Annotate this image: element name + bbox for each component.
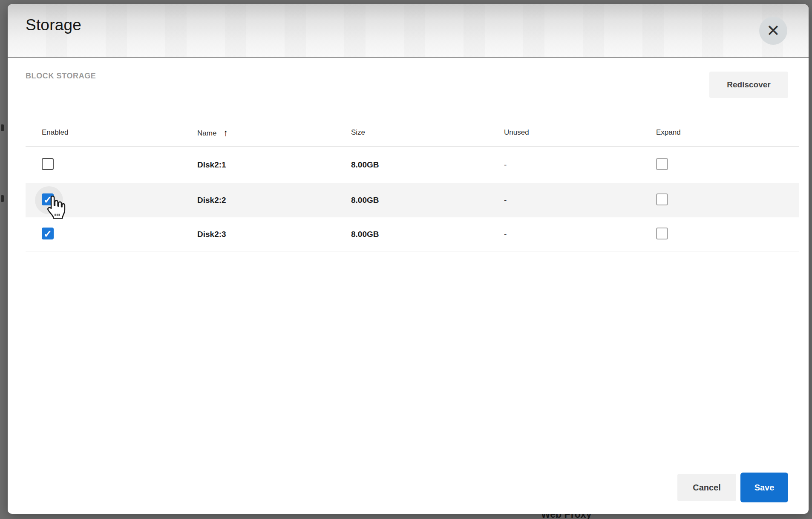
enabled-checkbox[interactable] [42,158,54,170]
disk-unused: - [504,230,656,239]
background-text-fragment [1,124,4,131]
expand-checkbox[interactable] [656,228,668,239]
close-button[interactable]: ✕ [759,17,787,45]
column-header-size[interactable]: Size [351,128,504,137]
table-row-disk2-3: Disk2:3 8.00GB - [26,217,799,251]
enabled-checkbox[interactable] [42,228,54,239]
disk-unused: - [504,196,656,205]
table-header-row: Enabled Name↑ Size Unused Expand [26,118,799,147]
disk-name: Disk2:1 [197,160,351,170]
background-text-fragment [1,195,4,202]
table-row-disk2-2: Disk2:2 8.00GB - [26,183,799,217]
column-header-enabled[interactable]: Enabled [42,128,197,137]
section-label: BLOCK STORAGE [26,72,96,81]
disk-name: Disk2:3 [197,230,351,239]
column-header-name[interactable]: Name↑ [197,127,351,138]
disk-size: 8.00GB [351,160,504,170]
dialog-header: Storage ✕ [8,4,809,58]
save-button[interactable]: Save [740,473,788,502]
rediscover-button[interactable]: Rediscover [709,72,788,98]
expand-checkbox[interactable] [656,193,668,205]
disk-size: 8.00GB [351,230,504,239]
close-icon: ✕ [759,17,787,45]
block-storage-table: Enabled Name↑ Size Unused Expand Disk2:1… [26,118,799,251]
dialog-title: Storage [26,16,81,34]
cancel-button[interactable]: Cancel [677,474,736,501]
sort-ascending-icon[interactable]: ↑ [223,127,228,138]
table-row-disk2-1: Disk2:1 8.00GB - [26,147,799,183]
disk-name: Disk2:2 [197,196,351,205]
column-header-expand[interactable]: Expand [656,128,799,137]
disk-unused: - [504,160,656,170]
disk-size: 8.00GB [351,196,504,205]
expand-checkbox[interactable] [656,158,668,170]
storage-dialog: Storage ✕ BLOCK STORAGE Rediscover Enabl… [8,4,809,514]
column-header-unused[interactable]: Unused [504,128,656,137]
enabled-checkbox[interactable] [42,193,54,205]
